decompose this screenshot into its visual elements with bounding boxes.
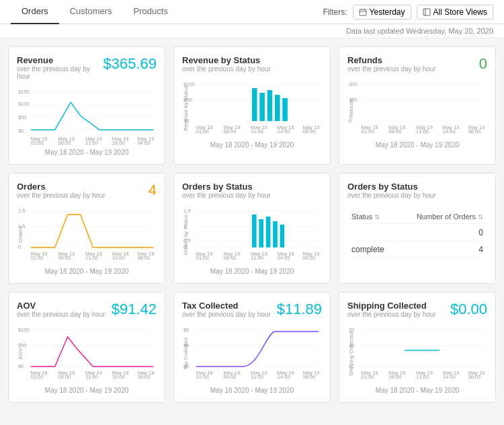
svg-text:1.5: 1.5 [18,208,25,214]
orders-chart: 1.5 0.5 0 Orders May 19 01:00 May 19 06:… [17,204,157,265]
revenue-title: Revenue over the previous day by hour [17,55,103,84]
svg-text:$50: $50 [18,114,27,120]
svg-text:$8: $8 [183,327,189,333]
svg-text:01:00: 01:00 [196,128,210,134]
status-col-header[interactable]: Status ⇅ [349,210,396,224]
svg-text:01:00: 01:00 [31,255,44,261]
orders-by-status-table-header: Orders by Status over the previous day b… [347,182,487,203]
svg-rect-91 [273,221,278,247]
svg-text:$100: $100 [18,327,30,333]
svg-text:01:00: 01:00 [31,140,44,146]
subtitle-bar: Data last updated Wednesday, May 20, 202… [0,24,504,38]
svg-text:08:00: 08:00 [388,128,402,134]
tax-collected-header: Tax Collected over the previous day by h… [182,301,322,322]
svg-rect-31 [259,93,265,121]
filters-area: Filters: Yesterday All Store Views [323,5,493,20]
svg-text:Shipping Collected: Shipping Collected [348,332,354,377]
svg-text:11:00: 11:00 [251,128,264,134]
revenue-header: Revenue over the previous day by hour $3… [17,55,157,84]
nav-tab-products[interactable]: Products [123,0,179,24]
orders-by-status-chart-footer: May 18 2020 - May 19 2020 [182,268,322,275]
svg-text:01:00: 01:00 [362,128,375,134]
svg-rect-30 [252,88,257,121]
status-cell-empty [349,225,396,241]
svg-text:06:00: 06:00 [468,128,482,134]
orders-header: Orders over the previous day by hour 4 [17,182,157,203]
revenue-by-status-chart: $100 $50 $0 Revenue by Status May 19 01:… [182,78,322,139]
store-filter-btn[interactable]: All Store Views [417,5,493,20]
svg-text:06:00: 06:00 [303,255,317,261]
svg-text:16:00: 16:00 [112,374,126,380]
svg-text:14:00: 14:00 [278,374,291,380]
revenue-footer: May 18 2020 - May 19 2020 [17,149,157,156]
svg-rect-92 [280,225,285,247]
svg-rect-89 [259,219,263,247]
refunds-chart: 200 100 0 Refunds May 19 01:00 May 19 08… [347,78,487,139]
revenue-by-status-footer: May 18 2020 - May 19 2020 [182,141,322,149]
svg-text:16:00: 16:00 [112,255,126,261]
date-filter-label: Yesterday [370,7,405,17]
svg-text:0: 0 [18,244,22,250]
nav-tab-orders[interactable]: Orders [11,0,59,24]
svg-text:14:00: 14:00 [443,374,456,380]
orders-by-status-table: Status ⇅ Number of Orders ⇅ 0 complete 4 [347,208,487,259]
svg-text:Refunds: Refunds [348,98,354,118]
refunds-header: Refunds over the previous day by hour 0 [347,55,487,77]
orders-footer: May 18 2020 - May 19 2020 [17,268,157,275]
dashboard: Revenue over the previous day by hour $3… [0,38,504,411]
svg-text:$0: $0 [18,363,24,369]
orders-by-status-chart-card: Orders by Status over the previous day b… [173,173,331,284]
store-icon [423,8,431,16]
svg-text:Orders by Status: Orders by Status [183,215,189,255]
table-row: 0 [349,225,486,241]
revenue-value: $365.69 [103,55,157,73]
svg-text:08:00: 08:00 [223,128,237,134]
refunds-card: Refunds over the previous day by hour 0 … [339,46,496,165]
shipping-collected-header: Shipping Collected over the previous day… [347,301,487,322]
svg-text:06:00: 06:00 [58,140,71,146]
svg-text:Orders: Orders [17,227,24,243]
svg-text:Tax Collected: Tax Collected [183,338,189,370]
svg-text:06:00: 06:00 [138,255,151,261]
top-bar: Orders Customers Products Filters: Yeste… [0,0,504,24]
aov-header: AOV over the previous day by hour $91.42 [17,301,157,322]
shipping-collected-chart: 20 10 0 Shipping Collected May 19 01:00 … [347,323,487,384]
aov-card: AOV over the previous day by hour $91.42… [8,292,165,403]
svg-text:1.5: 1.5 [183,208,190,214]
svg-text:AOV: AOV [17,348,24,360]
svg-rect-88 [252,215,257,247]
store-filter-label: All Store Views [433,7,487,17]
count-col-header[interactable]: Number of Orders ⇅ [397,210,486,224]
svg-text:06:00: 06:00 [58,255,71,261]
calendar-icon [359,8,367,16]
svg-rect-34 [282,98,288,121]
status-sort-icon: ⇅ [374,213,380,221]
svg-rect-32 [267,90,273,121]
svg-text:04:00: 04:00 [138,140,151,146]
shipping-collected-card: Shipping Collected over the previous day… [339,292,496,403]
svg-rect-0 [360,9,366,15]
svg-text:11:00: 11:00 [416,374,429,380]
svg-text:14:00: 14:00 [443,128,456,134]
svg-text:200: 200 [349,81,358,87]
date-filter-btn[interactable]: Yesterday [353,5,411,20]
aov-value: $91.42 [112,301,157,318]
count-cell-0: 0 [397,225,486,241]
aov-footer: May 18 2020 - May 19 2020 [17,387,157,394]
orders-card: Orders over the previous day by hour 4 1… [8,173,165,284]
table-row: complete 4 [349,242,486,258]
svg-text:04:00: 04:00 [278,255,291,261]
revenue-chart: $150 $100 $50 $0 May 19 01:00 May 19 06:… [17,85,157,146]
tax-collected-card: Tax Collected over the previous day by h… [173,292,331,403]
svg-text:01:00: 01:00 [362,374,375,380]
svg-rect-33 [275,95,280,121]
tax-collected-chart: $8 $4 $0 Tax Collected May 19 01:00 May … [182,323,322,384]
svg-text:11:00: 11:00 [85,255,99,261]
svg-text:$150: $150 [18,89,30,95]
svg-text:06:00: 06:00 [138,374,151,380]
svg-text:$50: $50 [18,342,27,348]
svg-text:06:00: 06:00 [58,374,71,380]
nav-tab-customers[interactable]: Customers [59,0,123,24]
svg-text:01:00: 01:00 [196,374,210,380]
shipping-collected-value: $0.00 [450,301,487,318]
